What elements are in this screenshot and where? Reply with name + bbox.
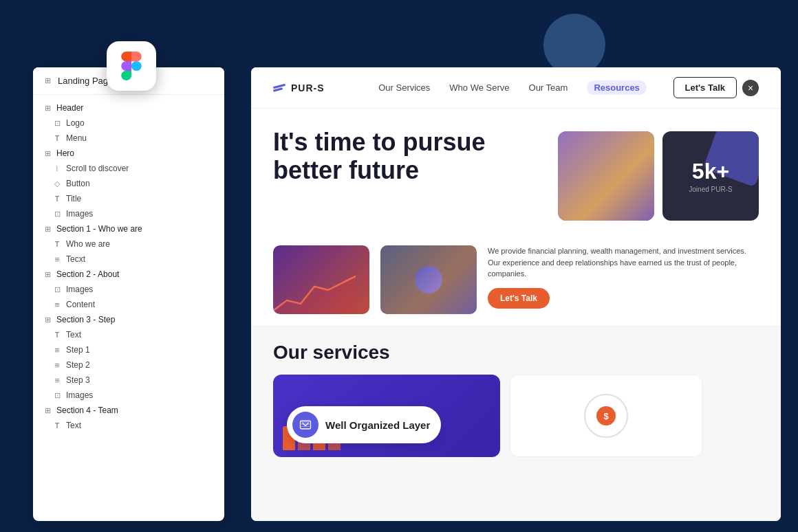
tree-label-title: Title	[66, 194, 81, 203]
panel-header-icon	[43, 76, 52, 86]
service-circle-icon: $	[584, 394, 628, 438]
nav-who-we-serve[interactable]: Who We Serve	[449, 82, 509, 93]
tree-label-section2: Section 2 - About	[56, 269, 119, 279]
hero-title: It's time to pursue better future	[273, 128, 493, 185]
tree-label-content: Content	[66, 300, 95, 309]
wol-icon-circle	[292, 412, 319, 438]
tree-icon-cross	[43, 103, 52, 113]
tree-label-step1: Step 1	[66, 345, 90, 355]
cta-lets-talk-button[interactable]: Let's Talk	[673, 77, 737, 98]
tree-item-scroll[interactable]: Scroll to discover	[33, 161, 224, 176]
tree-label-button: Button	[66, 179, 90, 188]
tree-item-who[interactable]: Who we are	[33, 236, 224, 252]
stat-number: 5k+	[692, 159, 729, 184]
wol-badge: Well Organized Layer	[287, 406, 441, 443]
navbar: PUR-S Our Services Who We Serve Our Team…	[251, 67, 781, 109]
tree-item-section1[interactable]: Section 1 - Who we are	[33, 221, 224, 236]
tree-item-section2[interactable]: Section 2 - About	[33, 267, 224, 282]
brand-name: PUR-S	[291, 82, 325, 93]
tree-icon-cross	[43, 148, 52, 158]
tree-item-section4[interactable]: Section 4 - Team	[33, 403, 224, 418]
stat-label: Joined PUR-S	[689, 186, 732, 193]
tree-label-who: Who we are	[66, 239, 110, 249]
tree-icon-bars	[52, 300, 62, 309]
main-canvas: PUR-S Our Services Who We Serve Our Team…	[251, 67, 781, 521]
tree-item-content[interactable]: Content	[33, 297, 224, 312]
hero-photo	[558, 131, 654, 221]
tree-label-section4: Section 4 - Team	[56, 406, 118, 415]
tree-icon-t	[52, 330, 62, 340]
tree-icon-cross	[43, 406, 52, 415]
service-card-white: $	[510, 375, 702, 457]
tree-item-step2[interactable]: Step 2	[33, 357, 224, 373]
tree-icon-bars	[52, 360, 62, 370]
tree-label-section1: Section 1 - Who we are	[56, 224, 142, 234]
tree-item-step1[interactable]: Step 1	[33, 342, 224, 357]
tree-icon-img	[52, 209, 62, 219]
who-photo-box	[380, 245, 477, 314]
tree-icon-text	[52, 133, 62, 143]
tree-icon-cross	[43, 224, 52, 234]
tree-item-text-step[interactable]: Text	[33, 327, 224, 342]
tree-item-images2[interactable]: Images	[33, 282, 224, 297]
tree-item-hero[interactable]: Hero	[33, 146, 224, 161]
services-section: Our services	[251, 325, 781, 468]
tree-icon-t	[52, 194, 62, 203]
tree-item-section3[interactable]: Section 3 - Step	[33, 312, 224, 327]
tree-icon-bars	[52, 254, 62, 264]
nav-our-services[interactable]: Our Services	[378, 82, 430, 93]
tree-label-images: Images	[66, 209, 93, 219]
hero-section: It's time to pursue better future 5k+ Jo…	[251, 109, 781, 234]
tree-label-text-step: Text	[66, 330, 81, 340]
who-description: We provide financial planning, wealth ma…	[488, 245, 759, 280]
tree-item-button[interactable]: Button	[33, 176, 224, 191]
tree-label-header: Header	[56, 103, 83, 113]
tree-icon-cross	[43, 269, 52, 279]
tree-icon-t	[52, 421, 62, 430]
tree-item-images[interactable]: Images	[33, 206, 224, 221]
tree-label-text-team: Text	[66, 421, 81, 430]
tree-icon-diamond	[52, 179, 62, 188]
hero-image-card	[558, 131, 654, 221]
tree-item-header[interactable]: Header	[33, 100, 224, 115]
hero-left: It's time to pursue better future	[273, 128, 558, 185]
navbar-cta: Let's Talk	[673, 77, 759, 98]
hero-stat-card: 5k+ Joined PUR-S	[662, 131, 759, 221]
tree-label-images2: Images	[66, 285, 93, 294]
who-chart-box	[273, 245, 369, 314]
tree-item-menu[interactable]: Menu	[33, 131, 224, 146]
tree-item-tecxt[interactable]: Tecxt	[33, 252, 224, 267]
tree-item-title[interactable]: Title	[33, 191, 224, 206]
nav-resources[interactable]: Resources	[587, 80, 646, 95]
navbar-links: Our Services Who We Serve Our Team Resou…	[352, 80, 673, 95]
tree-icon-dots	[52, 164, 62, 173]
tree-icon-cross	[43, 315, 52, 324]
close-icon[interactable]	[742, 80, 759, 96]
tree-icon-img	[52, 285, 62, 294]
website-preview: PUR-S Our Services Who We Serve Our Team…	[251, 67, 781, 521]
tree-icon-bars	[52, 345, 62, 355]
services-title: Our services	[273, 342, 759, 364]
nav-our-team[interactable]: Our Team	[529, 82, 568, 93]
tree-label-images3: Images	[66, 390, 93, 400]
tree-label-tecxt: Tecxt	[66, 254, 85, 264]
tree-icon-bars	[52, 375, 62, 385]
tree-item-logo[interactable]: Logo	[33, 115, 224, 131]
tree-item-text-team[interactable]: Text	[33, 418, 224, 433]
who-text-content: We provide financial planning, wealth ma…	[488, 245, 759, 314]
layers-tree: Header Logo Menu Hero Scroll to discover…	[33, 95, 224, 518]
tree-label-logo: Logo	[66, 118, 85, 128]
tree-label-section3: Section 3 - Step	[56, 315, 115, 324]
tree-item-images3[interactable]: Images	[33, 388, 224, 403]
hero-right: 5k+ Joined PUR-S	[558, 128, 759, 221]
tree-item-step3[interactable]: Step 3	[33, 373, 224, 388]
tree-label-step3: Step 3	[66, 375, 90, 385]
tree-label-menu: Menu	[66, 133, 87, 143]
tree-icon-t	[52, 239, 62, 249]
who-section: We provide financial planning, wealth ma…	[251, 234, 781, 325]
tree-icon-img	[52, 390, 62, 400]
who-cta-button[interactable]: Let's Talk	[488, 288, 550, 309]
service-card-purple: Well Organized Layer	[273, 375, 500, 457]
tree-label-scroll: Scroll to discover	[66, 164, 129, 173]
tree-label-step2: Step 2	[66, 360, 90, 370]
